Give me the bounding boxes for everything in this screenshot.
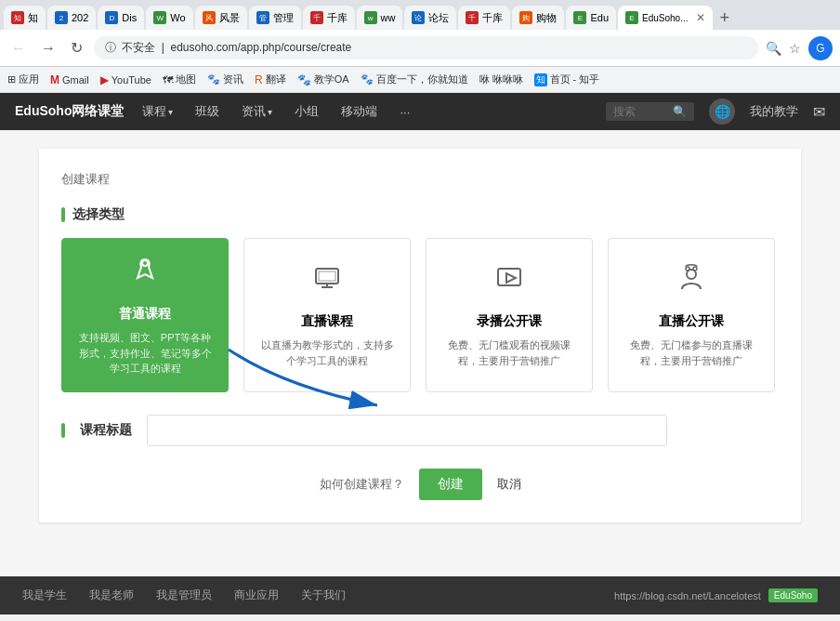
tab-label: 管理 <box>273 11 294 25</box>
tab-qian[interactable]: 千 千库 <box>303 6 355 30</box>
nav-item-more[interactable]: ··· <box>396 105 413 119</box>
open-video-desc: 免费、无门槛观看的视频课程，主要用于营销推广 <box>441 337 577 368</box>
course-type-open-live[interactable]: 直播公开课 免费、无门槛参与的直播课程，主要用于营销推广 <box>608 238 775 392</box>
url-text: 不安全 | edusoho.com/app.php/course/create <box>122 40 747 56</box>
bookmark-label: 教学OA <box>314 73 349 86</box>
security-icon: ⓘ <box>105 40 116 56</box>
refresh-button[interactable]: ↻ <box>67 37 86 59</box>
tab-favicon-luntan: 论 <box>412 11 425 24</box>
nav-item-mobile[interactable]: 移动端 <box>337 103 381 120</box>
bookmark-apps[interactable]: ⊞ 应用 <box>7 73 39 86</box>
tab-gouwu[interactable]: 购 购物 <box>512 6 564 30</box>
search-icon[interactable]: 🔍 <box>673 105 687 118</box>
tab-bar: 知 知 2 202 D Dis W Wo 风 风景 管 管理 千 千库 w ww <box>0 0 840 30</box>
bookmark-xiu[interactable]: 咻 咻咻咻 <box>479 73 523 86</box>
course-types: 普通课程 支持视频、图文、PPT等各种形式，支持作业、笔记等多个学习工具的课程 … <box>61 238 779 392</box>
tab-favicon-qian: 千 <box>310 11 323 24</box>
address-bar: ← → ↻ ⓘ 不安全 | edusoho.com/app.php/course… <box>0 30 840 67</box>
tab-favicon-feng: 风 <box>203 11 216 24</box>
profile-avatar[interactable]: G <box>808 36 833 60</box>
tab-label: Wo <box>170 12 185 23</box>
course-title-row: 课程标题 <box>61 415 779 446</box>
footer-link-teacher[interactable]: 我是老师 <box>89 588 134 603</box>
course-type-live[interactable]: 直播课程 以直播为教学形式的，支持多个学习工具的课程 <box>243 238 411 392</box>
footer-link-admin[interactable]: 我是管理员 <box>156 588 212 603</box>
course-title-input[interactable] <box>147 415 667 446</box>
nav-item-course[interactable]: 课程 ▾ <box>138 103 177 120</box>
site-nav: EduSoho网络课堂 课程 ▾ 班级 资讯 ▾ 小组 移动端 ··· 🔍 🌐 … <box>0 93 840 130</box>
nav-item-group[interactable]: 小组 <box>291 103 322 120</box>
tab-edu[interactable]: E Edu <box>566 6 616 30</box>
tab-qian2[interactable]: 千 千库 <box>458 6 510 30</box>
tab-wo[interactable]: W Wo <box>146 6 192 30</box>
create-button[interactable]: 创建 <box>419 469 482 500</box>
search-icon[interactable]: 🔍 <box>766 41 781 56</box>
tab-label: Dis <box>122 12 137 23</box>
live-course-icon <box>310 261 344 302</box>
search-input[interactable] <box>613 105 669 118</box>
section-type-label: 选择类型 <box>72 206 125 223</box>
bookmark-label: YouTube <box>112 74 151 86</box>
course-types-container: 普通课程 支持视频、图文、PPT等各种形式，支持作业、笔记等多个学习工具的课程 … <box>61 238 779 392</box>
footer-link-student[interactable]: 我是学生 <box>22 588 67 603</box>
apps-icon: ⊞ <box>7 73 16 86</box>
tab-favicon-ww: w <box>364 11 377 24</box>
svg-rect-4 <box>319 271 335 281</box>
site-logo[interactable]: EduSoho网络课堂 <box>15 103 124 120</box>
nav-item-news[interactable]: 资讯 ▾ <box>238 103 276 120</box>
course-type-open-video[interactable]: 录播公开课 免费、无门槛观看的视频课程，主要用于营销推广 <box>426 238 593 392</box>
bookmark-gmail[interactable]: M Gmail <box>50 73 89 86</box>
forward-button[interactable]: → <box>37 38 59 59</box>
bookmark-label: 应用 <box>19 73 39 86</box>
bookmark-news[interactable]: 🐾 资讯 <box>207 73 243 86</box>
new-tab-button[interactable]: + <box>715 7 736 30</box>
svg-rect-1 <box>316 269 338 284</box>
bookmark-label: 咻咻咻 <box>492 73 523 86</box>
footer-link-about[interactable]: 关于我们 <box>301 588 346 603</box>
nav-item-class[interactable]: 班级 <box>191 103 223 120</box>
tab-label: 风景 <box>219 11 240 25</box>
tab-favicon-gouwu: 购 <box>519 11 532 24</box>
url-bar[interactable]: ⓘ 不安全 | edusoho.com/app.php/course/creat… <box>94 36 758 59</box>
how-to-link[interactable]: 如何创建课程？ <box>320 476 404 493</box>
xiu-icon: 咻 <box>479 73 490 86</box>
bookmark-icon[interactable]: ☆ <box>789 41 801 56</box>
tab-guan[interactable]: 管 管理 <box>249 6 301 30</box>
bookmark-maps[interactable]: 🗺 地图 <box>163 73 196 86</box>
tab-202[interactable]: 2 202 <box>47 6 96 30</box>
content-card: 创建课程 选择类型 普通课程 支持视频、图文、PPT等各种形式，支持作业、笔记等… <box>39 149 801 522</box>
mail-icon[interactable]: ✉ <box>813 103 825 121</box>
tab-zhi[interactable]: 知 知 <box>4 6 46 30</box>
my-teaching-link[interactable]: 我的教学 <box>750 103 798 120</box>
tab-ww[interactable]: w ww <box>357 6 403 30</box>
tab-luntan[interactable]: 论 论坛 <box>404 6 456 30</box>
site-footer: 我是学生 我是老师 我是管理员 商业应用 关于我们 https://blog.c… <box>0 576 840 614</box>
oa-icon: 🐾 <box>297 73 311 86</box>
tab-close-active[interactable]: ✕ <box>696 11 705 24</box>
bookmark-translate[interactable]: R 翻译 <box>255 73 286 86</box>
normal-course-name: 普通课程 <box>119 306 171 323</box>
language-icon[interactable]: 🌐 <box>709 99 735 125</box>
bookmark-oa[interactable]: 🐾 教学OA <box>297 73 349 86</box>
section-bar-title <box>61 423 65 438</box>
back-button[interactable]: ← <box>7 38 30 59</box>
course-type-normal[interactable]: 普通课程 支持视频、图文、PPT等各种形式，支持作业、笔记等多个学习工具的课程 <box>61 238 229 392</box>
nav-dropdown-icon-news: ▾ <box>268 107 272 117</box>
bookmark-youtube[interactable]: ▶ YouTube <box>100 73 151 86</box>
tab-dis[interactable]: D Dis <box>98 6 144 30</box>
open-live-icon <box>675 261 708 302</box>
zhihu-icon: 知 <box>534 73 547 86</box>
footer-csdn-link[interactable]: https://blog.csdn.net/Lancelotest <box>614 590 761 601</box>
footer-link-business[interactable]: 商业应用 <box>234 588 279 603</box>
tab-favicon-guan: 管 <box>256 11 269 24</box>
tab-label: 202 <box>72 12 88 23</box>
tab-favicon-202: 2 <box>55 11 68 24</box>
tab-active[interactable]: E EduSoho... ✕ <box>618 6 712 30</box>
bookmark-zhihu[interactable]: 知 首页 - 知乎 <box>534 73 600 86</box>
cancel-button[interactable]: 取消 <box>497 476 521 493</box>
site-search[interactable]: 🔍 <box>606 102 694 121</box>
bookmark-baidu[interactable]: 🐾 百度一下，你就知道 <box>361 73 468 86</box>
tab-feng[interactable]: 风 风景 <box>195 6 247 30</box>
bookmark-label: 地图 <box>176 73 196 86</box>
translate-icon: R <box>255 73 263 86</box>
